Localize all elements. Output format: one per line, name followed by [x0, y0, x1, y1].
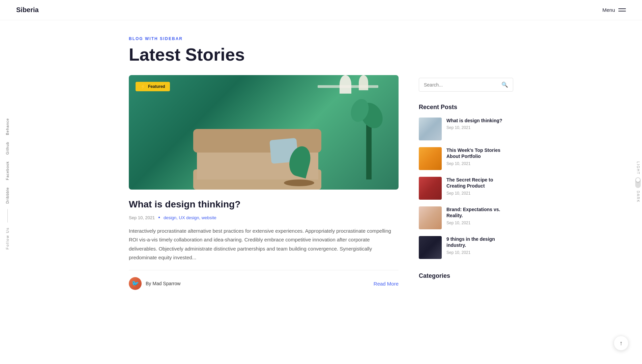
menu-button[interactable]: Menu	[602, 7, 626, 13]
read-more-link[interactable]: Read More	[374, 281, 399, 287]
post-date: Sep 10, 2021	[129, 215, 155, 220]
recent-post-item: Brand: Expectations vs. Reality. Sep 10,…	[419, 206, 513, 229]
post-excerpt: Interactively procrastinate alternative …	[129, 227, 399, 262]
side-table	[284, 179, 314, 186]
light-label: LIGHT	[636, 161, 640, 174]
content-area: ⚡ Featured	[129, 75, 513, 320]
recent-post-title-5[interactable]: 9 things in the design industry.	[446, 236, 513, 248]
featured-badge: ⚡ Featured	[136, 82, 170, 91]
main-container: BLOG WITH SIDEBAR Latest Stories ⚡ Featu…	[102, 20, 540, 320]
recent-post-info-1: What is design thinking? Sep 10, 2021	[446, 118, 513, 130]
post-footer: 🐦 By Mad Sparrow Read More	[129, 270, 399, 290]
right-sidebar: LIGHT DARK	[635, 161, 642, 203]
logo: Siberia	[16, 6, 39, 14]
header: Siberia Menu	[0, 0, 642, 20]
search-input[interactable]	[424, 82, 501, 88]
recent-post-date-3: Sep 10, 2021	[446, 191, 513, 196]
search-box: 🔍	[419, 78, 513, 92]
post-body: What is design thinking? Sep 10, 2021 • …	[129, 190, 399, 299]
theme-toggle[interactable]	[635, 177, 641, 188]
post-meta: Sep 10, 2021 • design, UX design, websit…	[129, 214, 399, 221]
vase2	[359, 75, 368, 90]
follow-label: Follow Us	[5, 227, 9, 249]
search-icon[interactable]: 🔍	[501, 81, 508, 88]
author-name: By Mad Sparrow	[146, 281, 180, 286]
tag-link[interactable]: design, UX design, website	[164, 215, 216, 220]
recent-posts-section: Recent Posts What is design thinking? Se…	[419, 104, 513, 259]
social-link-facebook[interactable]: Facebook	[4, 158, 11, 184]
menu-label: Menu	[602, 7, 615, 13]
social-link-github[interactable]: Github	[4, 138, 11, 158]
recent-post-thumb-3	[419, 177, 442, 200]
vase1	[340, 75, 351, 94]
post-title: What is design thinking?	[129, 199, 399, 210]
hamburger-icon	[618, 8, 626, 11]
recent-post-date-1: Sep 10, 2021	[446, 125, 513, 130]
recent-posts-list: What is design thinking? Sep 10, 2021 Th…	[419, 118, 513, 259]
social-link-behance[interactable]: Behance	[4, 114, 11, 138]
recent-post-item: This Week's Top Stories About Portfolio …	[419, 147, 513, 170]
blog-main: ⚡ Featured	[129, 75, 399, 299]
recent-post-title-1[interactable]: What is design thinking?	[446, 118, 513, 124]
social-divider	[7, 209, 8, 222]
recent-post-date-5: Sep 10, 2021	[446, 250, 513, 255]
social-links: Behance Github Facebook Dribbble Follow …	[4, 114, 11, 249]
social-link-dribbble[interactable]: Dribbble	[4, 184, 11, 207]
theme-toggle-knob	[636, 178, 640, 182]
recent-post-thumb-1	[419, 118, 442, 140]
recent-post-item: 9 things in the design industry. Sep 10,…	[419, 236, 513, 259]
meta-dot: •	[158, 214, 160, 221]
page-header: BLOG WITH SIDEBAR Latest Stories	[129, 20, 513, 75]
recent-post-item: What is design thinking? Sep 10, 2021	[419, 118, 513, 140]
recent-post-info-3: The Secret Recipe to Creating Product Se…	[446, 177, 513, 195]
author-avatar: 🐦	[129, 277, 142, 290]
categories-title: Categories	[419, 272, 513, 279]
featured-badge-label: Featured	[148, 84, 165, 89]
featured-post: ⚡ Featured	[129, 75, 399, 299]
blog-sidebar: 🔍 Recent Posts What is design thinking? …	[419, 75, 513, 299]
recent-post-title-4[interactable]: Brand: Expectations vs. Reality.	[446, 206, 513, 219]
post-tags: design, UX design, website	[164, 215, 216, 220]
dark-label: DARK	[636, 191, 640, 203]
recent-post-info-4: Brand: Expectations vs. Reality. Sep 10,…	[446, 206, 513, 225]
blog-label: BLOG WITH SIDEBAR	[129, 36, 513, 41]
recent-post-title-2[interactable]: This Week's Top Stories About Portfolio	[446, 147, 513, 159]
featured-badge-icon: ⚡	[140, 84, 146, 89]
left-sidebar: Behance Github Facebook Dribbble Follow …	[0, 114, 11, 249]
author-info: 🐦 By Mad Sparrow	[129, 277, 180, 290]
recent-post-item: The Secret Recipe to Creating Product Se…	[419, 177, 513, 200]
featured-img-bg	[129, 75, 399, 190]
recent-post-info-2: This Week's Top Stories About Portfolio …	[446, 147, 513, 166]
recent-post-info-5: 9 things in the design industry. Sep 10,…	[446, 236, 513, 255]
recent-post-date-4: Sep 10, 2021	[446, 221, 513, 225]
page-title: Latest Stories	[129, 45, 513, 64]
recent-post-thumb-5	[419, 236, 442, 259]
recent-post-date-2: Sep 10, 2021	[446, 161, 513, 166]
recent-posts-title: Recent Posts	[419, 104, 513, 111]
recent-post-title-3[interactable]: The Secret Recipe to Creating Product	[446, 177, 513, 189]
featured-image: ⚡ Featured	[129, 75, 399, 190]
categories-section: Categories	[419, 272, 513, 279]
recent-post-thumb-4	[419, 206, 442, 229]
recent-post-thumb-2	[419, 147, 442, 170]
